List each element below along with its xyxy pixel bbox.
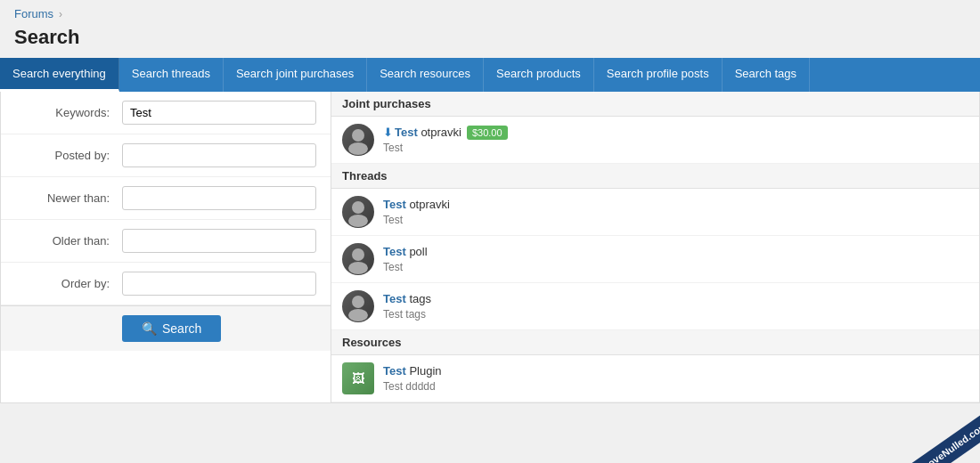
search-icon: 🔍 xyxy=(142,321,157,336)
breadcrumb: Forums › xyxy=(0,0,980,24)
tab-resources[interactable]: Search resources xyxy=(367,58,484,92)
main-content: Keywords: Posted by: Newer than: Older t… xyxy=(0,92,980,403)
keywords-input-wrapper xyxy=(122,101,316,125)
result-subtitle: Test tags xyxy=(383,308,431,321)
svg-point-6 xyxy=(352,296,364,308)
keywords-label: Keywords: xyxy=(15,101,122,119)
order-by-input[interactable] xyxy=(122,272,316,296)
breadcrumb-chevron: › xyxy=(59,8,62,20)
older-than-row: Older than: xyxy=(1,220,331,263)
keywords-input[interactable] xyxy=(122,101,316,125)
watermark-text: ❤ LoveNulled.com xyxy=(902,410,980,463)
result-title: Test Plugin xyxy=(383,364,442,379)
search-button[interactable]: 🔍 Search xyxy=(122,315,221,342)
newer-than-label: Newer than: xyxy=(15,186,122,205)
results-group-header-joint-purchases: Joint purchases xyxy=(331,92,979,117)
avatar xyxy=(342,124,374,156)
avatar xyxy=(342,243,374,275)
result-text: Test otpravkiTest xyxy=(383,198,450,227)
svg-point-5 xyxy=(348,262,368,274)
order-by-input-wrapper xyxy=(122,272,316,296)
avatar: 🖼 xyxy=(342,362,374,394)
title-rest: Plugin xyxy=(406,364,442,378)
posted-by-label: Posted by: xyxy=(15,143,122,162)
tab-everything[interactable]: Search everything xyxy=(0,58,119,92)
posted-by-input-wrapper xyxy=(122,143,316,167)
title-highlight: Test xyxy=(383,292,406,305)
result-item[interactable]: Test tagsTest tags xyxy=(331,283,979,330)
search-button-row: 🔍 Search xyxy=(1,305,331,351)
avatar xyxy=(342,290,374,322)
title-rest: otpravki xyxy=(418,126,461,139)
posted-by-row: Posted by: xyxy=(1,134,331,177)
tab-threads[interactable]: Search threads xyxy=(119,58,224,92)
result-text: Test pollTest xyxy=(383,245,428,274)
result-item[interactable]: Test otpravkiTest xyxy=(331,189,979,236)
keywords-row: Keywords: xyxy=(1,92,331,134)
result-subtitle: Test xyxy=(383,261,428,273)
breadcrumb-home[interactable]: Forums xyxy=(14,7,53,20)
title-rest: otpravki xyxy=(406,198,450,211)
newer-than-input[interactable] xyxy=(122,186,316,210)
svg-point-3 xyxy=(348,215,368,227)
result-title: Test tags xyxy=(383,292,431,307)
result-subtitle: Test xyxy=(383,142,508,154)
older-than-input-wrapper xyxy=(122,229,316,253)
result-title: Test poll xyxy=(383,245,428,260)
title-highlight: Test xyxy=(395,126,418,139)
result-item[interactable]: Test pollTest xyxy=(331,236,979,283)
svg-point-2 xyxy=(352,201,364,214)
results-group-header-resources: Resources xyxy=(331,330,979,355)
search-form: Keywords: Posted by: Newer than: Older t… xyxy=(1,92,331,402)
avatar xyxy=(342,196,374,228)
title-rest: poll xyxy=(406,245,428,258)
price-badge: $30.00 xyxy=(467,126,508,140)
svg-point-1 xyxy=(348,142,368,155)
result-item[interactable]: ⬇Test otpravki$30.00Test xyxy=(331,117,979,164)
result-text: Test tagsTest tags xyxy=(383,292,431,321)
results-section: Joint purchases⬇Test otpravki$30.00TestT… xyxy=(331,92,979,402)
title-rest: tags xyxy=(406,292,431,305)
svg-point-7 xyxy=(348,309,368,321)
svg-point-4 xyxy=(352,248,364,261)
result-subtitle: Test xyxy=(383,214,450,226)
result-title: Test otpravki xyxy=(383,198,450,213)
older-than-input[interactable] xyxy=(122,229,316,253)
svg-point-0 xyxy=(352,129,364,142)
results-group-header-threads: Threads xyxy=(331,164,979,189)
order-by-row: Order by: xyxy=(1,263,331,305)
title-highlight: Test xyxy=(383,198,406,211)
result-text: ⬇Test otpravki$30.00Test xyxy=(383,126,508,155)
tab-profile-posts[interactable]: Search profile posts xyxy=(594,58,723,92)
result-title: ⬇Test otpravki$30.00 xyxy=(383,126,508,141)
newer-than-input-wrapper xyxy=(122,186,316,210)
order-by-label: Order by: xyxy=(15,272,122,290)
title-highlight: Test xyxy=(383,364,406,378)
tab-products[interactable]: Search products xyxy=(484,58,594,92)
result-subtitle: Test ddddd xyxy=(383,380,442,393)
newer-than-row: Newer than: xyxy=(1,177,331,220)
page-title: Search xyxy=(0,24,980,58)
older-than-label: Older than: xyxy=(15,229,122,248)
tab-tags[interactable]: Search tags xyxy=(723,58,810,92)
tab-joint-purchases[interactable]: Search joint purchases xyxy=(224,58,367,92)
posted-by-input[interactable] xyxy=(122,143,316,167)
title-highlight: Test xyxy=(383,245,406,258)
joint-icon: ⬇ xyxy=(383,126,393,139)
result-text: Test PluginTest ddddd xyxy=(383,364,442,394)
search-button-label: Search xyxy=(162,321,201,336)
result-item[interactable]: 🖼Test PluginTest ddddd xyxy=(331,355,979,402)
tab-navigation: Search everythingSearch threadsSearch jo… xyxy=(0,58,980,92)
